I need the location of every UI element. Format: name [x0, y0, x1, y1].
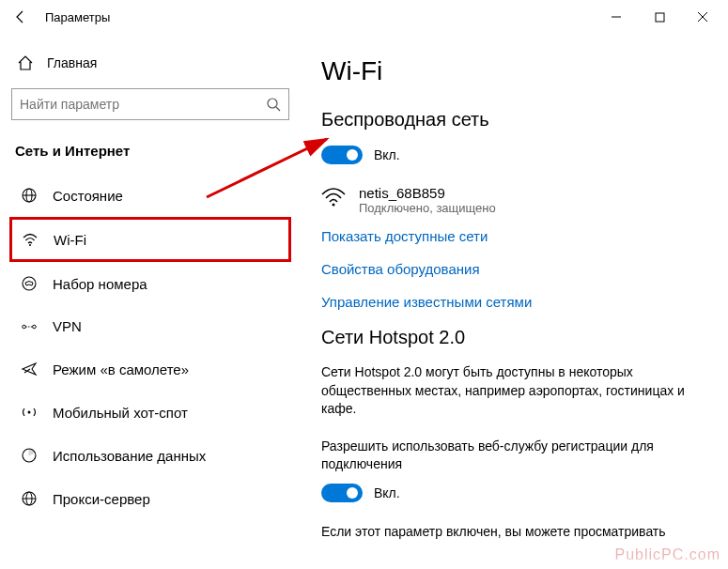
- proxy-icon: [21, 490, 38, 507]
- sidebar-item-vpn[interactable]: VPN: [9, 305, 291, 347]
- hotspot-icon: [21, 404, 38, 421]
- sidebar-item-label: VPN: [53, 318, 82, 334]
- back-button[interactable]: [4, 0, 38, 34]
- sidebar-item-proxy[interactable]: Прокси-сервер: [9, 477, 291, 520]
- sidebar-home-label: Главная: [47, 55, 97, 70]
- wifi-toggle[interactable]: [321, 146, 363, 164]
- sidebar-item-datausage[interactable]: Использование данных: [9, 434, 291, 477]
- globe-icon: [21, 187, 38, 204]
- titlebar: Параметры: [0, 0, 728, 34]
- search-field[interactable]: [20, 97, 266, 112]
- sidebar-item-wifi[interactable]: Wi-Fi: [9, 217, 291, 262]
- hotspot-enabled-note: Если этот параметр включен, вы можете пр…: [321, 523, 705, 542]
- svg-point-19: [333, 204, 335, 207]
- vpn-icon: [21, 320, 38, 333]
- link-manage-known-networks[interactable]: Управление известными сетями: [321, 294, 705, 310]
- maximize-button[interactable]: [638, 0, 681, 34]
- link-hardware-properties[interactable]: Свойства оборудования: [321, 261, 705, 277]
- sidebar-section-header: Сеть и Интернет: [9, 137, 291, 164]
- hotspot-heading: Сети Hotspot 2.0: [321, 327, 705, 348]
- wifi-signal-icon: [321, 187, 346, 215]
- sidebar-item-label: Мобильный хот-спот: [53, 405, 188, 421]
- svg-line-5: [276, 107, 280, 111]
- svg-rect-1: [656, 13, 664, 22]
- sidebar-item-label: Wi-Fi: [54, 232, 86, 248]
- main-panel: Wi-Fi Беспроводная сеть Вкл. netis_68B85…: [301, 34, 728, 569]
- sidebar-item-airplane[interactable]: Режим «в самолете»: [9, 347, 291, 391]
- svg-point-9: [29, 244, 31, 246]
- sidebar-item-label: Набор номера: [53, 276, 147, 292]
- sidebar-item-status[interactable]: Состояние: [9, 174, 291, 217]
- current-network[interactable]: netis_68B859 Подключено, защищено: [321, 185, 705, 215]
- hotspot-toggle-label: Вкл.: [374, 485, 400, 500]
- svg-point-10: [23, 277, 36, 290]
- svg-point-14: [28, 411, 31, 414]
- sidebar: Главная Сеть и Интернет Состояние Wi-Fi: [0, 34, 301, 569]
- airplane-icon: [21, 361, 38, 377]
- home-icon: [17, 54, 34, 71]
- page-title: Wi-Fi: [321, 56, 705, 86]
- svg-point-12: [33, 325, 37, 329]
- sidebar-item-hotspot[interactable]: Мобильный хот-спот: [9, 391, 291, 434]
- wireless-heading: Беспроводная сеть: [321, 109, 705, 131]
- search-icon: [266, 97, 281, 112]
- sidebar-item-label: Режим «в самолете»: [53, 361, 189, 377]
- sidebar-item-label: Прокси-сервер: [53, 491, 150, 507]
- svg-point-4: [268, 99, 277, 108]
- svg-point-11: [23, 325, 26, 329]
- link-show-networks[interactable]: Показать доступные сети: [321, 228, 705, 244]
- wifi-icon: [22, 231, 39, 248]
- datausage-icon: [21, 447, 38, 464]
- minimize-button[interactable]: [595, 0, 638, 34]
- network-status: Подключено, защищено: [359, 201, 496, 215]
- search-input[interactable]: [11, 88, 289, 120]
- hotspot-description: Сети Hotspot 2.0 могут быть доступны в н…: [321, 363, 705, 419]
- sidebar-item-label: Состояние: [53, 188, 123, 204]
- sidebar-item-dialup[interactable]: Набор номера: [9, 262, 291, 305]
- dialup-icon: [21, 275, 38, 292]
- wifi-toggle-label: Вкл.: [374, 147, 400, 162]
- hotspot-allow-label: Разрешить использовать веб-службу регист…: [321, 438, 705, 474]
- close-button[interactable]: [681, 0, 724, 34]
- sidebar-item-home[interactable]: Главная: [9, 49, 291, 77]
- hotspot-registration-toggle[interactable]: [321, 484, 363, 502]
- network-ssid: netis_68B859: [359, 185, 496, 201]
- sidebar-item-label: Использование данных: [53, 448, 206, 464]
- window-title: Параметры: [45, 10, 110, 24]
